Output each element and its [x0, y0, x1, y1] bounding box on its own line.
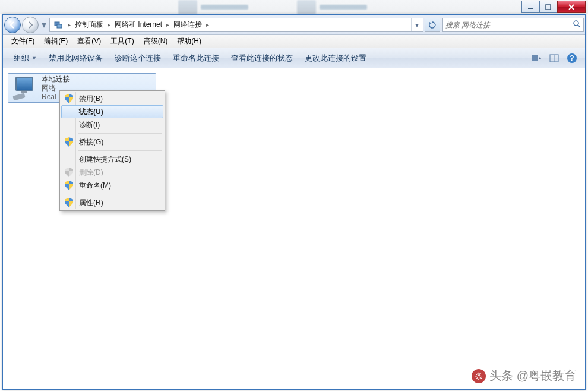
- search-box[interactable]: [442, 18, 584, 32]
- command-bar: 组织▼ 禁用此网络设备 诊断这个连接 重命名此连接 查看此连接的状态 更改此连接…: [3, 48, 585, 68]
- maximize-button[interactable]: [539, 1, 557, 13]
- menu-file[interactable]: 文件(F): [7, 35, 39, 48]
- history-dropdown[interactable]: ▾: [40, 18, 48, 31]
- menu-edit[interactable]: 编辑(E): [39, 35, 72, 48]
- preview-pane-button[interactable]: [546, 51, 562, 65]
- svg-rect-6: [532, 55, 535, 58]
- breadcrumb-chevron[interactable]: ▸: [105, 21, 113, 28]
- svg-line-5: [578, 25, 580, 27]
- rename-connection-button[interactable]: 重命名此连接: [167, 51, 225, 66]
- svg-point-4: [574, 21, 578, 26]
- breadcrumb-control-panel[interactable]: 控制面板: [73, 20, 105, 30]
- breadcrumb-chevron[interactable]: ▸: [65, 21, 73, 28]
- ctx-separator: [78, 133, 162, 134]
- address-dropdown[interactable]: ▾: [411, 18, 422, 31]
- organize-button[interactable]: 组织▼: [8, 51, 43, 66]
- ctx-delete: 删除(D): [61, 166, 163, 179]
- ctx-diagnose[interactable]: 诊断(I): [61, 118, 163, 131]
- ctx-status[interactable]: 状态(U): [61, 105, 163, 118]
- refresh-button[interactable]: [425, 18, 440, 32]
- breadcrumb-network-connections[interactable]: 网络连接: [172, 20, 204, 30]
- svg-rect-0: [528, 8, 533, 9]
- ctx-separator: [78, 194, 162, 194]
- context-menu: 禁用(B) 状态(U) 诊断(I) 桥接(G) 创建快捷方式(S) 删除(D) …: [59, 90, 165, 211]
- minimize-button[interactable]: [521, 1, 539, 13]
- shield-icon: [65, 94, 74, 103]
- menu-help[interactable]: 帮助(H): [172, 35, 206, 48]
- breadcrumb-chevron[interactable]: ▸: [204, 21, 211, 28]
- diagnose-connection-button[interactable]: 诊断这个连接: [109, 51, 167, 66]
- ctx-properties[interactable]: 属性(R): [61, 196, 163, 209]
- ctx-rename[interactable]: 重命名(M): [61, 179, 163, 192]
- svg-rect-1: [546, 5, 551, 10]
- svg-rect-8: [532, 58, 535, 61]
- menu-tools[interactable]: 工具(T): [106, 35, 138, 48]
- search-icon[interactable]: [573, 20, 581, 30]
- menu-advanced[interactable]: 高级(N): [139, 35, 173, 48]
- window-controls: [521, 1, 586, 13]
- shield-icon: [65, 198, 74, 207]
- watermark-icon: [472, 369, 486, 383]
- ctx-separator: [78, 150, 162, 151]
- connection-name: 本地连接: [42, 75, 70, 84]
- ctx-create-shortcut[interactable]: 创建快捷方式(S): [61, 153, 163, 166]
- shield-icon: [65, 168, 74, 177]
- svg-text:?: ?: [570, 54, 574, 62]
- watermark-text: 头条 @粤嵌教育: [489, 368, 576, 384]
- breadcrumb-network-internet[interactable]: 网络和 Internet: [113, 20, 164, 30]
- network-connections-icon: [53, 20, 64, 30]
- network-adapter-icon: [12, 75, 37, 100]
- help-button[interactable]: ?: [564, 51, 580, 65]
- shield-icon: [65, 181, 74, 190]
- view-status-button[interactable]: 查看此连接的状态: [225, 51, 299, 66]
- search-input[interactable]: [445, 21, 573, 29]
- svg-rect-3: [57, 24, 62, 28]
- svg-rect-9: [535, 58, 538, 61]
- view-options-button[interactable]: [528, 51, 545, 65]
- svg-rect-10: [550, 55, 558, 62]
- ctx-disable[interactable]: 禁用(B): [61, 92, 163, 105]
- ctx-bridge[interactable]: 桥接(G): [61, 135, 163, 149]
- shield-icon: [65, 137, 74, 147]
- change-settings-button[interactable]: 更改此连接的设置: [299, 51, 372, 66]
- close-button[interactable]: [557, 1, 586, 13]
- breadcrumb-chevron[interactable]: ▸: [164, 21, 172, 28]
- menu-bar: 文件(F) 编辑(E) 查看(V) 工具(T) 高级(N) 帮助(H): [3, 35, 585, 48]
- forward-button[interactable]: [22, 17, 39, 33]
- address-bar[interactable]: ▸ 控制面板 ▸ 网络和 Internet ▸ 网络连接 ▸ ▾: [49, 18, 423, 32]
- menu-view[interactable]: 查看(V): [72, 35, 106, 48]
- watermark: 头条 @粤嵌教育: [472, 368, 576, 384]
- back-button[interactable]: [4, 17, 21, 33]
- svg-rect-7: [535, 55, 538, 58]
- background-blur: [0, 0, 588, 14]
- navigation-bar: ▾ ▸ 控制面板 ▸ 网络和 Internet ▸ 网络连接 ▸ ▾: [3, 15, 585, 35]
- disable-device-button[interactable]: 禁用此网络设备: [43, 51, 109, 66]
